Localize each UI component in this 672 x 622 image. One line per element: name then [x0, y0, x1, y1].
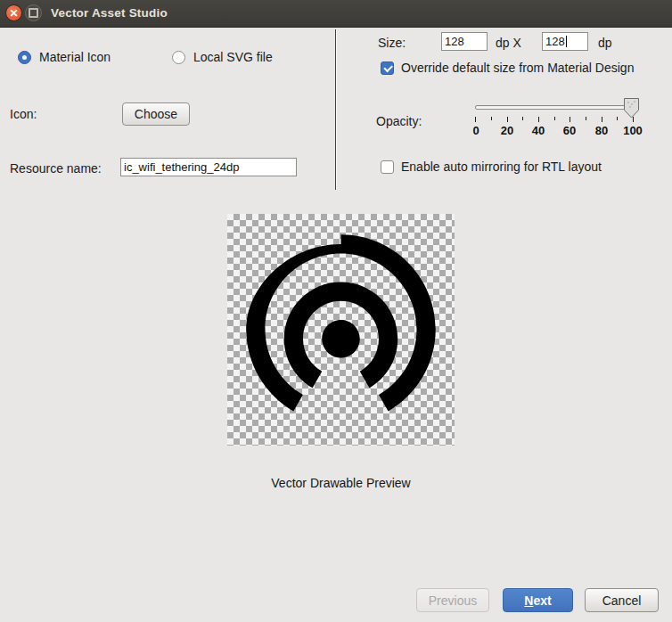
preview-canvas [227, 214, 455, 446]
panel-divider [335, 29, 337, 190]
choose-button[interactable]: Choose [122, 102, 190, 126]
preview-caption: Vector Drawable Preview [227, 476, 455, 490]
override-size-row[interactable]: Override default size from Material Desi… [381, 61, 634, 75]
opacity-tick-label: 100 [623, 124, 643, 137]
text-caret [566, 36, 567, 47]
asset-type-option-svg[interactable]: Local SVG file [172, 50, 273, 64]
opacity-slider-track[interactable] [475, 105, 635, 110]
opacity-slider-thumb[interactable] [623, 97, 640, 123]
size-height-input[interactable]: 128 [542, 32, 588, 51]
vector-asset-studio-dialog: ✕ Vector Asset Studio Material Icon Loca… [0, 0, 672, 622]
maximize-button[interactable] [25, 4, 42, 21]
cancel-button-label: Cancel [602, 593, 642, 608]
override-size-label: Override default size from Material Desi… [401, 61, 634, 75]
override-size-checkbox[interactable] [381, 61, 394, 75]
resource-name-value: ic_wifi_tethering_24dp [124, 160, 239, 174]
close-icon: ✕ [9, 8, 18, 19]
local-svg-radio[interactable] [172, 51, 185, 64]
rtl-mirroring-checkbox[interactable] [381, 160, 394, 174]
size-height-value: 128 [545, 35, 565, 48]
rtl-mirroring-row[interactable]: Enable auto mirroring for RTL layout [381, 160, 602, 174]
wifi-tethering-icon [227, 216, 455, 443]
size-separator-label: dp X [496, 36, 521, 50]
opacity-label: Opacity: [376, 114, 422, 128]
window-title: Vector Asset Studio [51, 0, 168, 27]
rtl-mirroring-label: Enable auto mirroring for RTL layout [401, 160, 602, 174]
previous-button-label: Previous [429, 593, 477, 608]
material-icon-radio[interactable] [18, 51, 31, 64]
window-titlebar: ✕ Vector Asset Studio [0, 0, 672, 28]
opacity-tick-label: 20 [501, 124, 513, 137]
opacity-tick-label: 60 [563, 124, 576, 137]
previous-button[interactable]: Previous [416, 588, 489, 612]
choose-button-label: Choose [135, 107, 177, 121]
resource-name-label: Resource name: [10, 161, 102, 176]
opacity-tick-label: 40 [532, 124, 545, 137]
size-unit-label: dp [598, 36, 612, 50]
material-icon-radio-label: Material Icon [39, 50, 111, 64]
opacity-tick-label: 80 [595, 124, 608, 137]
size-width-input[interactable]: 128 [441, 32, 488, 51]
size-width-value: 128 [445, 35, 464, 48]
close-button[interactable]: ✕ [5, 4, 22, 21]
next-button-label: Next [524, 593, 551, 608]
maximize-icon [29, 8, 38, 18]
size-label: Size: [378, 36, 406, 50]
asset-type-option-material[interactable]: Material Icon [18, 50, 111, 64]
local-svg-radio-label: Local SVG file [193, 50, 273, 64]
opacity-tick-label: 0 [472, 124, 479, 137]
next-button[interactable]: Next [503, 588, 573, 612]
resource-name-input[interactable]: ic_wifi_tethering_24dp [120, 158, 297, 176]
icon-label: Icon: [10, 107, 37, 121]
cancel-button[interactable]: Cancel [585, 588, 659, 612]
